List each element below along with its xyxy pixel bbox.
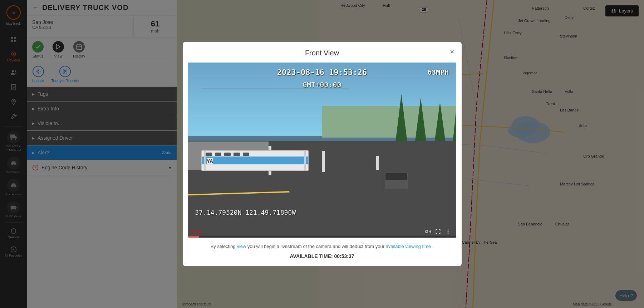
vehicle-windshield [385,173,407,180]
modal-notice-text-pre: By selecting [211,244,237,249]
vehicle-ahead [385,173,408,189]
train-logo: YA [207,158,213,164]
modal-available-time: AVAILABLE TIME: 00:53:37 [183,252,462,266]
video-controls [425,229,451,236]
modal-notice-text-mid: you will begin a livestream of the camer… [247,244,386,249]
modal-title: Front View [183,42,462,63]
train-window-3 [224,153,231,156]
modal-notice-text-end: . [432,244,434,249]
train-right-end [304,151,306,170]
video-timestamp: 2023-08-16 19:53:26 [277,68,367,77]
front-view-modal: × Front View [183,42,462,267]
video-time-indicator: 0:09 [192,230,202,235]
train-window-2 [215,153,221,156]
svg-point-47 [447,233,448,234]
modal-overlay[interactable]: × Front View [0,0,644,308]
video-container: YA 2023-08-16 19:53:26 GMT+00:00 63MPH 3… [188,63,456,238]
video-placeholder: YA 2023-08-16 19:53:26 GMT+00:00 63MPH 3… [188,63,456,238]
more-options-button[interactable] [445,229,451,236]
train-windows [202,152,253,157]
train-window-5 [243,153,249,156]
train-stripe [202,157,308,164]
fullscreen-button[interactable] [435,229,441,236]
train-window-4 [233,153,240,156]
road-line-3 [376,156,379,170]
train-window-1 [206,153,212,156]
modal-notice-available: available viewing time [386,244,431,249]
modal-close-button[interactable]: × [450,47,454,56]
video-progress-bar-fill [188,236,199,238]
volume-button[interactable] [425,229,431,236]
video-gmt: GMT+00:00 [303,80,341,89]
video-speed-overlay: 63MPH [427,68,449,76]
modal-notice: By selecting view you will begin a lives… [183,238,462,252]
svg-marker-44 [426,230,428,233]
train-body [201,150,309,171]
video-coords: 37.14.79520N 121.49.71890W [195,209,296,216]
yellow-center-line [188,192,290,196]
train-left-end [204,151,206,170]
video-progress-bar-bg [188,236,456,238]
svg-point-46 [447,231,448,232]
road-line-2 [322,151,325,172]
modal-notice-view: view [237,244,246,249]
svg-point-45 [447,229,448,230]
app-container: ≋ MasTrack Devices DELIVERY T [0,0,644,308]
